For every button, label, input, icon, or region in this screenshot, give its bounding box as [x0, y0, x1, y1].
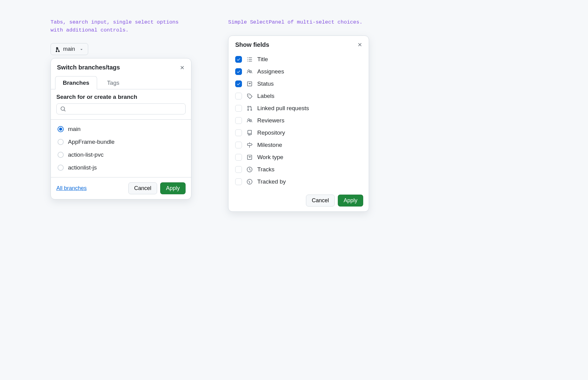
field-option-label: Tracks — [257, 166, 274, 173]
close-icon[interactable] — [357, 42, 363, 47]
tracks-icon — [246, 167, 253, 172]
fields-panel-title: Show fields — [235, 41, 269, 48]
field-option[interactable]: Labels — [234, 90, 364, 102]
checkbox-icon — [235, 80, 242, 87]
branch-panel-title: Switch branches/tags — [57, 64, 120, 71]
checkbox-icon — [235, 142, 242, 148]
list-icon — [246, 57, 253, 62]
pull-request-icon — [246, 106, 253, 111]
tracked-by-icon — [246, 179, 253, 184]
branch-panel: Switch branches/tags BranchesTags Search… — [51, 58, 191, 199]
branch-option-label: actionlist-js — [68, 164, 97, 171]
field-option[interactable]: Milestone — [234, 139, 364, 151]
cancel-button[interactable]: Cancel — [128, 182, 157, 194]
field-option[interactable]: Linked pull requests — [234, 102, 364, 114]
tab-tags[interactable]: Tags — [100, 76, 127, 89]
field-option-label: Status — [257, 80, 274, 87]
apply-button[interactable]: Apply — [160, 182, 186, 194]
field-option[interactable]: Repository — [234, 127, 364, 139]
radio-icon — [58, 152, 64, 158]
branch-trigger-button[interactable]: main — [51, 43, 88, 55]
branch-option[interactable]: main — [56, 123, 186, 136]
field-option[interactable]: Status — [234, 78, 364, 90]
cancel-button[interactable]: Cancel — [306, 195, 335, 207]
close-icon[interactable] — [179, 65, 185, 70]
select-icon — [246, 155, 253, 160]
field-option[interactable]: Title — [234, 53, 364, 65]
select-icon — [246, 81, 253, 87]
field-option-label: Tracked by — [257, 178, 286, 185]
field-option-label: Repository — [257, 129, 285, 136]
branch-option-label: AppFrame-bundle — [68, 139, 115, 145]
branch-search-input[interactable] — [68, 106, 182, 112]
apply-button[interactable]: Apply — [338, 195, 363, 207]
checkbox-icon — [235, 68, 242, 75]
checkbox-icon — [235, 117, 242, 124]
checkbox-icon — [235, 154, 242, 161]
search-icon — [60, 106, 66, 112]
radio-icon — [58, 126, 64, 132]
branch-trigger-label: main — [63, 46, 75, 52]
field-option-label: Milestone — [257, 142, 282, 148]
radio-icon — [58, 139, 64, 145]
branch-option[interactable]: AppFrame-bundle — [56, 136, 186, 148]
git-branch-icon — [55, 47, 60, 52]
field-option-label: Title — [257, 56, 268, 63]
field-option-label: Reviewers — [257, 117, 285, 124]
field-option[interactable]: Work type — [234, 151, 364, 163]
tab-branches[interactable]: Branches — [55, 76, 97, 89]
field-option-label: Labels — [257, 93, 274, 99]
right-caption: Simple SelectPanel of multi-select choic… — [228, 18, 369, 26]
field-option-label: Linked pull requests — [257, 105, 309, 112]
branch-option-label: action-list-pvc — [68, 151, 104, 158]
fields-panel: Show fields TitleAssigneesStatusLabelsLi… — [228, 35, 369, 212]
people-icon — [246, 118, 253, 123]
checkbox-icon — [235, 129, 242, 136]
tag-icon — [246, 93, 253, 99]
checkbox-icon — [235, 93, 242, 99]
field-option-label: Work type — [257, 154, 283, 161]
search-label: Search for or create a branch — [56, 94, 186, 100]
milestone-icon — [246, 142, 253, 148]
field-option-label: Assignees — [257, 68, 284, 75]
repo-icon — [246, 130, 253, 136]
checkbox-icon — [235, 166, 242, 173]
field-option[interactable]: Tracks — [234, 163, 364, 176]
left-caption: Tabs, search input, single select option… — [51, 18, 191, 34]
radio-icon — [58, 165, 64, 171]
all-branches-link[interactable]: All branches — [56, 185, 87, 192]
field-option[interactable]: Tracked by — [234, 176, 364, 188]
people-icon — [246, 69, 253, 74]
caret-down-icon — [79, 47, 84, 51]
field-option[interactable]: Assignees — [234, 65, 364, 78]
branch-option[interactable]: action-list-pvc — [56, 148, 186, 161]
branch-option[interactable]: actionlist-js — [56, 161, 186, 174]
checkbox-icon — [235, 178, 242, 185]
field-option[interactable]: Reviewers — [234, 114, 364, 127]
checkbox-icon — [235, 105, 242, 112]
branch-option-label: main — [68, 126, 81, 132]
checkbox-icon — [235, 56, 242, 63]
